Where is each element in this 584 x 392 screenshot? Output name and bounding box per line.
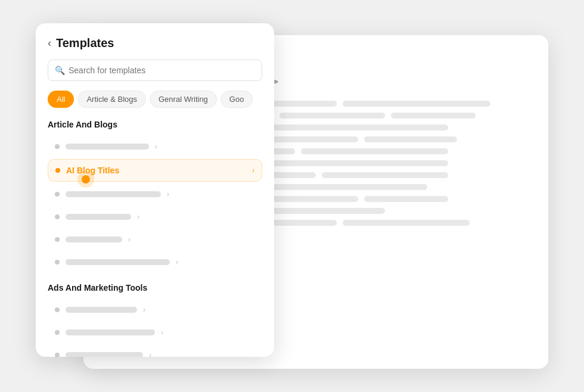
- item-dot: [55, 260, 60, 265]
- tab-article-blogs[interactable]: Article & Blogs: [77, 91, 146, 108]
- item-dot: [55, 330, 60, 335]
- item-dot: [55, 192, 60, 197]
- tab-all[interactable]: All: [48, 91, 74, 108]
- section-title-article: Article And Blogs: [48, 120, 262, 129]
- item-bar: [66, 329, 155, 335]
- chevron-right-icon: ›: [176, 258, 178, 266]
- item-bar: [66, 352, 143, 357]
- item-dot: [55, 307, 60, 312]
- search-bar: 🔍: [48, 60, 262, 81]
- list-item[interactable]: ›: [48, 136, 262, 157]
- item-bar: [66, 214, 131, 220]
- item-dot: [55, 353, 60, 357]
- chevron-right-icon: ›: [155, 142, 157, 151]
- panel-title: Templates: [56, 36, 114, 50]
- tab-goo[interactable]: Goo: [220, 91, 253, 108]
- tab-general-writing[interactable]: Genral Writing: [150, 91, 217, 108]
- chevron-right-icon: ›: [128, 235, 131, 244]
- search-input[interactable]: [48, 60, 262, 81]
- list-item[interactable]: ›: [48, 252, 262, 272]
- list-item[interactable]: ›: [48, 229, 262, 250]
- list-item[interactable]: ›: [48, 322, 262, 343]
- panel-body: Article And Blogs › AI Blog Titles › ›: [36, 116, 274, 357]
- template-panel: ‹ Templates 🔍 All Article & Blogs Genral…: [36, 23, 274, 357]
- item-bar: [66, 237, 122, 242]
- list-item[interactable]: ›: [48, 207, 262, 227]
- item-dot: [55, 237, 60, 242]
- chevron-right-icon: ›: [143, 306, 145, 314]
- panel-header: ‹ Templates: [36, 23, 274, 60]
- back-button[interactable]: ‹: [48, 37, 51, 49]
- pointer-indicator: [77, 171, 94, 188]
- item-dot-orange: [55, 168, 60, 173]
- list-item[interactable]: ›: [48, 345, 262, 357]
- item-dot: [55, 214, 60, 219]
- item-bar: [66, 191, 161, 197]
- item-dot: [55, 144, 60, 149]
- chevron-right-icon: ›: [161, 328, 163, 337]
- chevron-right-icon: ›: [252, 166, 254, 175]
- section-title-ads: Ads And Marketing Tools: [48, 283, 262, 293]
- chevron-right-icon: ›: [137, 213, 139, 221]
- list-item[interactable]: ›: [48, 300, 262, 320]
- search-icon: 🔍: [55, 66, 65, 75]
- chevron-right-icon: ›: [167, 190, 169, 198]
- item-bar: [66, 307, 137, 313]
- item-bar: [66, 259, 170, 265]
- chevron-right-icon: ›: [149, 351, 151, 357]
- item-bar: [66, 144, 149, 150]
- tab-bar: All Article & Blogs Genral Writing Goo: [36, 91, 274, 116]
